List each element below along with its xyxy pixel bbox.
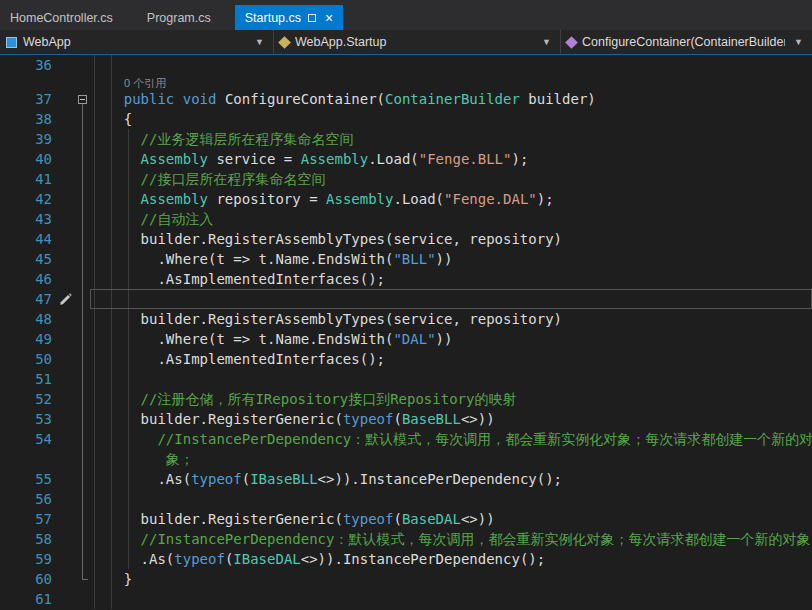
code-text[interactable] [90, 589, 812, 609]
codelens-row: 0 个引用 [0, 75, 812, 89]
code-text[interactable]: { [90, 109, 812, 129]
glyph-margin [56, 75, 74, 89]
code-text[interactable]: 象； [90, 449, 812, 469]
tab-homecontroller[interactable]: HomeController.cs [0, 5, 137, 30]
code-text[interactable] [90, 369, 812, 389]
line-number[interactable]: 42 [0, 189, 56, 209]
outline-margin [74, 129, 90, 149]
line-number[interactable]: 47 [0, 289, 56, 309]
line-number[interactable]: 38 [0, 109, 56, 129]
close-icon[interactable]: × [325, 11, 333, 25]
code-text[interactable]: .As(typeof(IBaseDAL<>)).InstancePerDepen… [90, 549, 812, 569]
line-number[interactable]: 50 [0, 349, 56, 369]
glyph-margin [56, 189, 74, 209]
line-number[interactable]: 40 [0, 149, 56, 169]
code-text[interactable]: .AsImplementedInterfaces(); [90, 349, 812, 369]
outline-margin [74, 489, 90, 509]
line-number[interactable]: 37 [0, 89, 56, 109]
line-number[interactable]: 55 [0, 469, 56, 489]
code-line-48: 48 builder.RegisterAssemblyTypes(service… [0, 309, 812, 329]
outline-margin[interactable] [74, 89, 90, 109]
code-text[interactable]: //InstancePerDependency：默认模式，每次调用，都会重新实例… [90, 429, 812, 449]
code-line-50: 50 .AsImplementedInterfaces(); [0, 349, 812, 369]
glyph-margin [56, 309, 74, 329]
line-number[interactable]: 41 [0, 169, 56, 189]
code-text[interactable]: .Where(t => t.Name.EndsWith("DAL")) [90, 329, 812, 349]
code-text[interactable]: 0 个引用 [90, 75, 812, 89]
chevron-down-icon: ▼ [252, 37, 267, 47]
member-dropdown[interactable]: ConfigureContainer(ContainerBuilder bu ▼ [561, 30, 812, 54]
line-number[interactable]: 52 [0, 389, 56, 409]
code-text[interactable] [90, 489, 812, 509]
line-number[interactable]: 39 [0, 129, 56, 149]
line-number[interactable]: 53 [0, 409, 56, 429]
tab-label: Program.cs [147, 11, 211, 25]
outline-margin [74, 309, 90, 329]
line-number[interactable]: 57 [0, 509, 56, 529]
line-number[interactable] [0, 449, 56, 469]
code-text[interactable]: Assembly service = Assembly.Load("Fenge.… [90, 149, 812, 169]
collapse-minus-icon[interactable] [78, 95, 87, 104]
glyph-margin [56, 129, 74, 149]
tab-startup[interactable]: Startup.cs × [235, 5, 343, 30]
line-number[interactable]: 48 [0, 309, 56, 329]
line-number[interactable]: 36 [0, 55, 56, 75]
project-dropdown[interactable]: WebApp ▼ [0, 30, 274, 54]
glyph-margin [56, 529, 74, 549]
pin-icon[interactable] [308, 14, 316, 22]
code-text[interactable]: Assembly repository = Assembly.Load("Fen… [90, 189, 812, 209]
line-number[interactable]: 44 [0, 229, 56, 249]
glyph-margin [56, 249, 74, 269]
outline-margin [74, 349, 90, 369]
code-text[interactable]: //InstancePerDependency：默认模式，每次调用，都会重新实例… [90, 529, 812, 549]
outline-margin [74, 209, 90, 229]
code-text[interactable] [90, 289, 812, 309]
glyph-margin [56, 329, 74, 349]
class-icon [278, 36, 291, 49]
outline-margin [74, 249, 90, 269]
line-number[interactable]: 56 [0, 489, 56, 509]
code-text[interactable]: builder.RegisterAssemblyTypes(service, r… [90, 229, 812, 249]
type-dropdown[interactable]: WebApp.Startup ▼ [274, 30, 561, 54]
code-line-45: 45 .Where(t => t.Name.EndsWith("BLL")) [0, 249, 812, 269]
line-number[interactable]: 45 [0, 249, 56, 269]
code-text[interactable]: //业务逻辑层所在程序集命名空间 [90, 129, 812, 149]
code-text[interactable]: .Where(t => t.Name.EndsWith("BLL")) [90, 249, 812, 269]
line-number[interactable]: 61 [0, 589, 56, 609]
codelens-references[interactable]: 0 个引用 [90, 77, 166, 89]
code-editor[interactable]: 360 个引用37 public void ConfigureContainer… [0, 55, 812, 610]
code-text[interactable]: builder.RegisterGeneric(typeof(BaseBLL<>… [90, 409, 812, 429]
code-text[interactable]: public void ConfigureContainer(Container… [90, 89, 812, 109]
code-text[interactable]: //注册仓储，所有IRepository接口到Repository的映射 [90, 389, 812, 409]
code-line-43: 43 //自动注入 [0, 209, 812, 229]
outline-margin [74, 289, 90, 309]
line-number[interactable]: 46 [0, 269, 56, 289]
line-number[interactable]: 43 [0, 209, 56, 229]
code-line-36: 36 [0, 55, 812, 75]
tab-bar: HomeController.cs Program.cs Startup.cs … [0, 0, 812, 30]
outline-margin [74, 55, 90, 75]
line-number[interactable] [0, 75, 56, 89]
code-line-49: 49 .Where(t => t.Name.EndsWith("DAL")) [0, 329, 812, 349]
code-rows: 360 个引用37 public void ConfigureContainer… [0, 55, 812, 609]
line-number[interactable]: 54 [0, 429, 56, 449]
tab-program[interactable]: Program.cs [137, 5, 235, 30]
code-line-39: 39 //业务逻辑层所在程序集命名空间 [0, 129, 812, 149]
line-number[interactable]: 59 [0, 549, 56, 569]
code-text[interactable]: //接口层所在程序集命名空间 [90, 169, 812, 189]
code-line-52: 52 //注册仓储，所有IRepository接口到Repository的映射 [0, 389, 812, 409]
code-text[interactable]: } [90, 569, 812, 589]
line-number[interactable]: 49 [0, 329, 56, 349]
line-number[interactable]: 58 [0, 529, 56, 549]
line-number[interactable]: 51 [0, 369, 56, 389]
outline-margin [74, 329, 90, 349]
code-text[interactable]: .As(typeof(IBaseBLL<>)).InstancePerDepen… [90, 469, 812, 489]
code-text[interactable]: builder.RegisterAssemblyTypes(service, r… [90, 309, 812, 329]
line-number[interactable]: 60 [0, 569, 56, 589]
glyph-margin [56, 209, 74, 229]
glyph-margin [56, 389, 74, 409]
code-text[interactable]: .AsImplementedInterfaces(); [90, 269, 812, 289]
code-text[interactable]: builder.RegisterGeneric(typeof(BaseDAL<>… [90, 509, 812, 529]
code-text[interactable] [90, 55, 812, 75]
code-text[interactable]: //自动注入 [90, 209, 812, 229]
